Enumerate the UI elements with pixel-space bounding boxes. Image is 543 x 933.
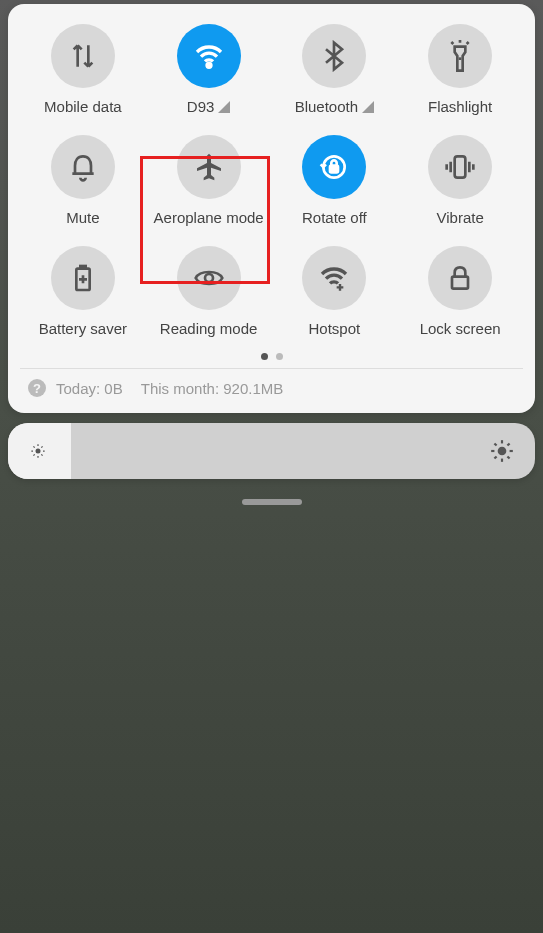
bluetooth-toggle[interactable]	[302, 24, 366, 88]
tile-rotate: Rotate off	[272, 135, 398, 226]
svg-point-0	[207, 63, 211, 67]
hotspot-icon	[318, 262, 350, 294]
svg-rect-3	[330, 166, 338, 173]
svg-line-26	[507, 443, 509, 445]
mute-toggle[interactable]	[51, 135, 115, 199]
page-dot-2[interactable]	[276, 353, 283, 360]
flashlight-label: Flashlight	[428, 98, 492, 115]
brightness-slider[interactable]	[8, 423, 535, 479]
vibrate-icon	[444, 151, 476, 183]
svg-rect-8	[452, 277, 468, 289]
tile-mobile-data: Mobile data	[20, 24, 146, 115]
svg-line-25	[494, 456, 496, 458]
tile-reading-mode: Reading mode	[146, 246, 272, 337]
aeroplane-mode-toggle[interactable]	[177, 135, 241, 199]
wifi-label: D93	[187, 98, 215, 115]
info-icon: ?	[28, 379, 46, 397]
eye-icon	[193, 262, 225, 294]
page-indicator	[20, 353, 523, 360]
tile-flashlight: Flashlight	[397, 24, 523, 115]
svg-line-15	[41, 454, 42, 455]
mobile-data-label: Mobile data	[44, 98, 122, 115]
svg-rect-4	[455, 156, 466, 177]
tile-mute: Mute	[20, 135, 146, 226]
signal-icon	[218, 101, 230, 113]
svg-line-23	[494, 443, 496, 445]
bell-icon	[67, 151, 99, 183]
vibrate-label: Vibrate	[436, 209, 483, 226]
svg-line-17	[41, 446, 42, 447]
tile-wifi: D93	[146, 24, 272, 115]
flashlight-icon	[444, 40, 476, 72]
rotate-label: Rotate off	[302, 209, 367, 226]
tile-hotspot: Hotspot	[272, 246, 398, 337]
battery-saver-toggle[interactable]	[51, 246, 115, 310]
mute-label: Mute	[66, 209, 99, 226]
svg-line-14	[33, 446, 34, 447]
svg-point-7	[205, 274, 213, 282]
hotspot-toggle[interactable]	[302, 246, 366, 310]
svg-line-16	[33, 454, 34, 455]
svg-rect-6	[80, 266, 85, 269]
tile-lock-screen: Lock screen	[397, 246, 523, 337]
signal-icon	[362, 101, 374, 113]
hotspot-label: Hotspot	[309, 320, 361, 337]
reading-mode-toggle[interactable]	[177, 246, 241, 310]
lock-screen-toggle[interactable]	[428, 246, 492, 310]
lock-icon	[444, 262, 476, 294]
svg-point-18	[498, 447, 507, 456]
data-usage-row[interactable]: ? Today: 0B This month: 920.1MB	[20, 373, 523, 403]
svg-point-9	[36, 449, 41, 454]
data-usage-today: Today: 0B	[56, 380, 123, 397]
drag-handle-wrap	[0, 499, 543, 505]
drag-handle[interactable]	[242, 499, 302, 505]
tile-vibrate: Vibrate	[397, 135, 523, 226]
airplane-icon	[193, 151, 225, 183]
tile-battery-saver: Battery saver	[20, 246, 146, 337]
wifi-label-row: D93	[187, 98, 231, 115]
bluetooth-icon	[318, 40, 350, 72]
rotate-lock-icon	[318, 151, 350, 183]
lock-screen-label: Lock screen	[420, 320, 501, 337]
wifi-toggle[interactable]	[177, 24, 241, 88]
brightness-low-icon	[28, 441, 48, 461]
divider	[20, 368, 523, 369]
wifi-icon	[193, 40, 225, 72]
vibrate-toggle[interactable]	[428, 135, 492, 199]
battery-saver-label: Battery saver	[39, 320, 127, 337]
quick-settings-grid: Mobile data D93 Bluetooth	[20, 24, 523, 337]
aeroplane-mode-label: Aeroplane mode	[154, 209, 264, 226]
mobile-data-icon	[67, 40, 99, 72]
page-dot-1[interactable]	[261, 353, 268, 360]
bluetooth-label-row: Bluetooth	[295, 98, 374, 115]
tile-bluetooth: Bluetooth	[272, 24, 398, 115]
svg-line-24	[507, 456, 509, 458]
rotate-toggle[interactable]	[302, 135, 366, 199]
data-usage-month: This month: 920.1MB	[141, 380, 284, 397]
quick-settings-panel: Mobile data D93 Bluetooth	[8, 4, 535, 413]
flashlight-toggle[interactable]	[428, 24, 492, 88]
reading-mode-label: Reading mode	[160, 320, 258, 337]
mobile-data-toggle[interactable]	[51, 24, 115, 88]
brightness-high-icon	[489, 438, 515, 464]
tile-aeroplane-mode: Aeroplane mode	[146, 135, 272, 226]
battery-icon	[67, 262, 99, 294]
bluetooth-label: Bluetooth	[295, 98, 358, 115]
